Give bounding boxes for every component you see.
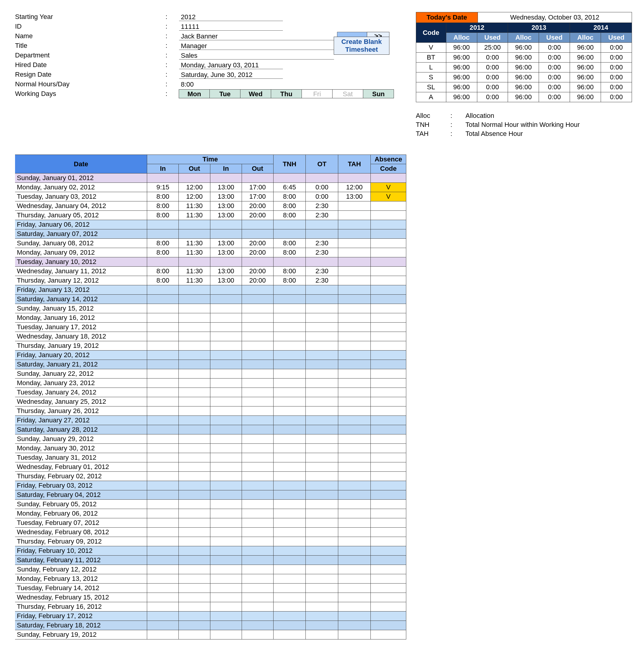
cell-27-2[interactable] (210, 425, 242, 434)
cell-1-6[interactable]: 12:00 (338, 183, 371, 192)
cell-21-3[interactable] (242, 369, 273, 379)
cell-34-4[interactable] (273, 490, 306, 500)
cell-43-5[interactable] (306, 574, 338, 584)
absence-43[interactable] (371, 574, 406, 584)
cell-20-0[interactable] (147, 360, 179, 369)
cell-17-0[interactable] (147, 332, 179, 341)
date-38[interactable]: Wednesday, February 08, 2012 (15, 528, 147, 537)
absence-29[interactable] (371, 444, 406, 453)
cell-28-0[interactable] (147, 434, 179, 444)
info-value-7[interactable]: 8:00 (179, 80, 283, 89)
cell-28-6[interactable] (338, 434, 371, 444)
cell-3-1[interactable]: 11:30 (179, 201, 210, 211)
cell-44-5[interactable] (306, 584, 338, 593)
absence-30[interactable] (371, 453, 406, 462)
absence-12[interactable] (371, 285, 406, 295)
cell-47-4[interactable] (273, 611, 306, 621)
date-33[interactable]: Friday, February 03, 2012 (15, 481, 147, 490)
absence-40[interactable] (371, 546, 406, 556)
cell-49-3[interactable] (242, 630, 273, 639)
cell-35-5[interactable] (306, 500, 338, 509)
date-14[interactable]: Sunday, January 15, 2012 (15, 304, 147, 313)
cell-37-6[interactable] (338, 518, 371, 528)
cell-32-4[interactable] (273, 472, 306, 481)
absence-23[interactable] (371, 388, 406, 397)
cell-8-4[interactable]: 8:00 (273, 248, 306, 257)
cell-14-5[interactable] (306, 304, 338, 313)
cell-15-0[interactable] (147, 313, 179, 322)
cell-21-4[interactable] (273, 369, 306, 379)
cell-17-1[interactable] (179, 332, 210, 341)
cell-32-1[interactable] (179, 472, 210, 481)
cell-22-6[interactable] (338, 379, 371, 388)
date-37[interactable]: Tuesday, February 07, 2012 (15, 518, 147, 528)
cell-26-2[interactable] (210, 416, 242, 425)
cell-26-1[interactable] (179, 416, 210, 425)
cell-37-2[interactable] (210, 518, 242, 528)
date-47[interactable]: Friday, February 17, 2012 (15, 611, 147, 621)
cell-47-1[interactable] (179, 611, 210, 621)
cell-7-5[interactable]: 2:30 (306, 239, 338, 248)
cell-18-5[interactable] (306, 341, 338, 350)
absence-0[interactable] (371, 173, 406, 183)
cell-41-2[interactable] (210, 556, 242, 565)
cell-49-0[interactable] (147, 630, 179, 639)
cell-5-1[interactable] (179, 220, 210, 229)
cell-19-0[interactable] (147, 350, 179, 360)
cell-19-4[interactable] (273, 350, 306, 360)
absence-3[interactable] (371, 201, 406, 211)
cell-9-4[interactable] (273, 257, 306, 267)
cell-13-6[interactable] (338, 295, 371, 304)
cell-38-2[interactable] (210, 528, 242, 537)
cell-42-4[interactable] (273, 565, 306, 574)
cell-4-2[interactable]: 13:00 (210, 211, 242, 220)
cell-41-5[interactable] (306, 556, 338, 565)
cell-8-0[interactable]: 8:00 (147, 248, 179, 257)
date-3[interactable]: Wednesday, January 04, 2012 (15, 201, 147, 211)
cell-22-5[interactable] (306, 379, 338, 388)
cell-10-3[interactable]: 20:00 (242, 267, 273, 276)
cell-25-4[interactable] (273, 407, 306, 416)
cell-33-3[interactable] (242, 481, 273, 490)
cell-34-0[interactable] (147, 490, 179, 500)
cell-14-6[interactable] (338, 304, 371, 313)
cell-30-5[interactable] (306, 453, 338, 462)
cell-36-4[interactable] (273, 509, 306, 518)
cell-26-3[interactable] (242, 416, 273, 425)
cell-28-4[interactable] (273, 434, 306, 444)
date-8[interactable]: Monday, January 09, 2012 (15, 248, 147, 257)
cell-1-3[interactable]: 17:00 (242, 183, 273, 192)
cell-49-6[interactable] (338, 630, 371, 639)
cell-6-1[interactable] (179, 229, 210, 239)
cell-49-2[interactable] (210, 630, 242, 639)
cell-12-6[interactable] (338, 285, 371, 295)
cell-25-0[interactable] (147, 407, 179, 416)
absence-34[interactable] (371, 490, 406, 500)
cell-5-2[interactable] (210, 220, 242, 229)
cell-13-2[interactable] (210, 295, 242, 304)
cell-45-5[interactable] (306, 593, 338, 602)
cell-23-0[interactable] (147, 388, 179, 397)
cell-30-6[interactable] (338, 453, 371, 462)
cell-46-2[interactable] (210, 602, 242, 611)
cell-35-6[interactable] (338, 500, 371, 509)
cell-7-2[interactable]: 13:00 (210, 239, 242, 248)
cell-44-4[interactable] (273, 584, 306, 593)
date-29[interactable]: Monday, January 30, 2012 (15, 444, 147, 453)
date-40[interactable]: Friday, February 10, 2012 (15, 546, 147, 556)
cell-44-0[interactable] (147, 584, 179, 593)
cell-37-5[interactable] (306, 518, 338, 528)
info-value-1[interactable]: 11111 (179, 22, 283, 31)
cell-47-6[interactable] (338, 611, 371, 621)
cell-2-1[interactable]: 12:00 (179, 192, 210, 201)
cell-28-1[interactable] (179, 434, 210, 444)
absence-38[interactable] (371, 528, 406, 537)
cell-22-3[interactable] (242, 379, 273, 388)
cell-47-3[interactable] (242, 611, 273, 621)
cell-38-6[interactable] (338, 528, 371, 537)
cell-15-3[interactable] (242, 313, 273, 322)
absence-10[interactable] (371, 267, 406, 276)
cell-36-1[interactable] (179, 509, 210, 518)
absence-45[interactable] (371, 593, 406, 602)
cell-2-2[interactable]: 13:00 (210, 192, 242, 201)
